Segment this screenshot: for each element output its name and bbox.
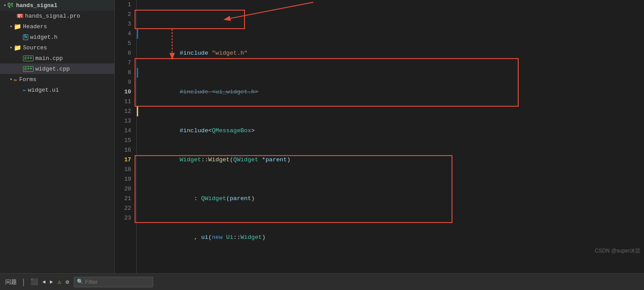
headers-folder-label: Headers xyxy=(23,23,47,30)
sources-folder-label: Sources xyxy=(23,45,47,51)
ln-1: 1 xyxy=(124,0,131,10)
code-line-2: #include <ui_widget.h> xyxy=(144,68,644,78)
line-numbers: 1 2 3 4 5 6 7 8 9 10 11 12 13 14 15 16 1… xyxy=(115,0,137,273)
cpp-badge-main: c++ xyxy=(23,56,34,61)
output-icon[interactable]: ⬛ xyxy=(30,278,38,286)
ln-13: 13 xyxy=(124,116,131,126)
code-line-1: #include "widget.h" xyxy=(144,29,644,39)
sidebar: ▾ Qt hands_signal Qt hands_signal.pro ▾ … xyxy=(0,0,115,273)
filter-icon[interactable]: ⚙ xyxy=(66,279,69,286)
ln-3: 3 xyxy=(124,19,131,29)
pro-badge: Qt xyxy=(17,14,23,18)
forms-expand-arrow: ▾ xyxy=(10,77,12,82)
ln-14: 14 xyxy=(124,126,131,136)
ln-8: 8 xyxy=(124,68,131,78)
ln-9: 9 xyxy=(124,78,131,87)
sidebar-item-sources-folder[interactable]: ▾ 📁 Sources xyxy=(0,42,114,53)
next-icon[interactable]: ▶ xyxy=(50,279,53,285)
warning-icon: ⚠ xyxy=(57,278,61,286)
filter-input[interactable] xyxy=(85,279,150,285)
code-container: 1 2 3 4 5 6 7 8 9 10 11 12 13 14 15 16 1… xyxy=(115,0,644,273)
code-line-3: #include<QMessageBox> xyxy=(144,107,644,116)
ln-15: 15 xyxy=(124,136,131,145)
ln-7: 7 xyxy=(124,58,131,68)
sidebar-item-widget-ui[interactable]: ✏️ widget.ui xyxy=(0,85,114,95)
code-line-5: : QWidget(parent) xyxy=(144,184,644,194)
forms-folder-label: Forms xyxy=(19,76,36,83)
sidebar-item-main-cpp[interactable]: c++ main.cpp xyxy=(0,53,114,63)
sidebar-item-headers-folder[interactable]: ▾ 📁 Headers xyxy=(0,21,114,32)
sidebar-item-forms-folder[interactable]: ▾ ✏️ Forms xyxy=(0,74,114,85)
widget-h-label: widget.h xyxy=(30,34,57,41)
ln-11: 11 xyxy=(124,97,131,107)
ln-17: 17 xyxy=(124,155,131,165)
red-box-include xyxy=(135,10,245,29)
divider-1: | xyxy=(21,278,26,286)
widget-ui-label: widget.ui xyxy=(28,87,59,93)
main-cpp-label: main.cpp xyxy=(35,55,63,62)
ln-22: 22 xyxy=(124,204,131,213)
expand-arrow: ▾ xyxy=(4,3,6,8)
code-line-6: , ui(new Ui::Widget) xyxy=(144,223,644,233)
sidebar-item-project[interactable]: ▾ Qt hands_signal xyxy=(0,0,114,11)
code-line-7: { xyxy=(144,262,644,271)
ln-5: 5 xyxy=(124,39,131,48)
code-line-4: Widget::Widget(QWidget *parent) xyxy=(144,145,644,155)
sidebar-item-widget-h[interactable]: h widget.h xyxy=(0,32,114,42)
watermark: CSDN @super沐芸 xyxy=(595,247,640,255)
red-box-connect xyxy=(135,58,519,107)
filter-input-container[interactable]: 🔍 xyxy=(74,277,153,287)
prev-icon[interactable]: ◀ xyxy=(42,279,45,285)
sidebar-item-widget-cpp[interactable]: c++ widget.cpp xyxy=(0,63,114,74)
ln-10: 10 xyxy=(124,87,131,97)
sidebar-item-pro[interactable]: Qt hands_signal.pro xyxy=(0,11,114,21)
ln-19: 19 xyxy=(124,175,131,184)
editor-area[interactable]: 1 2 3 4 5 6 7 8 9 10 11 12 13 14 15 16 1… xyxy=(115,0,644,273)
h-badge: h xyxy=(23,34,28,40)
sources-expand-arrow: ▾ xyxy=(10,45,12,50)
issues-label: 问题 xyxy=(5,278,17,286)
sources-folder-icon: 📁 xyxy=(14,44,21,52)
ui-icon: ✏️ xyxy=(23,87,26,93)
ln-6: 6 xyxy=(124,48,131,58)
ln-16: 16 xyxy=(124,145,131,155)
headers-folder-icon: 📁 xyxy=(14,23,21,30)
ln-23: 23 xyxy=(124,213,131,223)
ln-2: 2 xyxy=(124,10,131,19)
headers-expand-arrow: ▾ xyxy=(10,24,12,29)
ln-21: 21 xyxy=(124,194,131,204)
forms-folder-icon: ✏️ xyxy=(14,76,17,83)
bottom-bar: 问题 | ⬛ ◀ ▶ ⚠ ⚙ 🔍 xyxy=(0,273,644,290)
ln-18: 18 xyxy=(124,165,131,175)
ln-20: 20 xyxy=(124,184,131,194)
widget-cpp-label: widget.cpp xyxy=(35,66,70,72)
ln-12: 12 xyxy=(124,107,131,116)
svg-line-0 xyxy=(225,2,313,19)
code-editor[interactable]: #include "widget.h" #include <ui_widget.… xyxy=(137,0,644,273)
search-icon: 🔍 xyxy=(77,279,83,285)
cpp-badge-widget: c++ xyxy=(23,66,34,72)
project-icon: Qt xyxy=(8,2,14,8)
main-area: ▾ Qt hands_signal Qt hands_signal.pro ▾ … xyxy=(0,0,644,273)
pro-label: hands_signal.pro xyxy=(25,13,80,19)
ln-4: 4 xyxy=(124,29,131,39)
project-label: hands_signal xyxy=(16,2,57,9)
